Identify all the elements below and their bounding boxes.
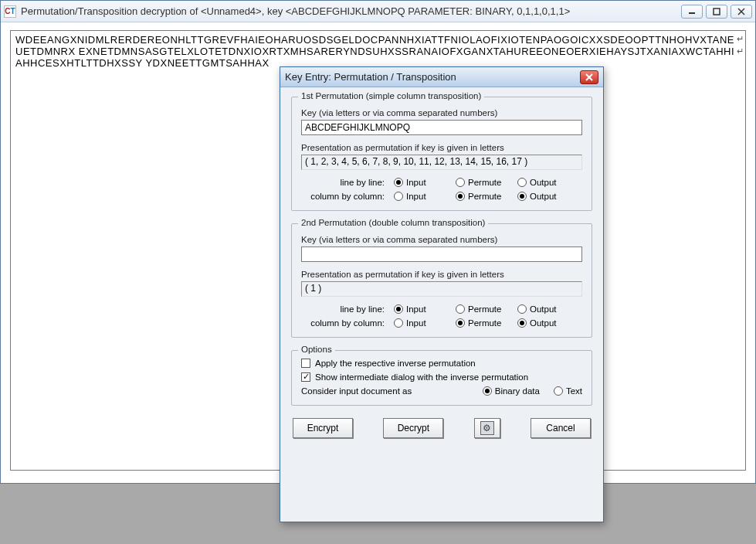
- perm2-key-input[interactable]: [301, 246, 582, 262]
- consider-input-row: Consider input document as Binary data T…: [301, 386, 582, 396]
- row-label: line by line:: [301, 304, 394, 314]
- dialog-titlebar: Key Entry: Permutation / Transposition: [280, 67, 603, 87]
- window-title: Permutation/Transposition decryption of …: [21, 5, 681, 17]
- binary-data-radio[interactable]: Binary data: [483, 386, 540, 396]
- ciphertext: WDEEANGXNIDMLRERDEREONHLTTGREVFHAIEOHARU…: [15, 34, 734, 69]
- perm2-line-input-radio[interactable]: Input: [394, 304, 456, 314]
- key-label: Key (via letters or via comma separated …: [301, 235, 582, 244]
- key-entry-dialog: Key Entry: Permutation / Transposition 1…: [280, 66, 604, 522]
- settings-button[interactable]: ⚙: [474, 418, 500, 438]
- show-intermediate-checkbox[interactable]: Show intermediate dialog with the invers…: [301, 372, 582, 382]
- group-title: 2nd Permutation (double column transposi…: [298, 218, 488, 227]
- perm1-col-permute-radio[interactable]: Permute: [456, 192, 517, 201]
- decrypt-button[interactable]: Decrypt: [383, 418, 443, 438]
- dialog-button-row: Encrypt Decrypt ⚙ Cancel: [291, 418, 592, 438]
- cancel-button[interactable]: Cancel: [531, 418, 591, 438]
- perm1-key-input[interactable]: [301, 120, 582, 135]
- perm2-radio-grid: line by line: Input Permute Output colum…: [301, 304, 582, 328]
- maximize-button[interactable]: [706, 5, 727, 19]
- row-label: column by column:: [301, 192, 394, 201]
- perm1-col-input-radio[interactable]: Input: [394, 192, 456, 201]
- perm2-line-output-radio[interactable]: Output: [517, 304, 579, 314]
- consider-label: Consider input document as: [301, 386, 412, 396]
- second-permutation-group: 2nd Permutation (double column transposi…: [291, 223, 592, 338]
- first-permutation-group: 1st Permutation (simple column transposi…: [291, 97, 592, 211]
- group-title: Options: [298, 345, 335, 354]
- perm2-line-permute-radio[interactable]: Permute: [456, 304, 517, 314]
- svg-rect-1: [714, 8, 720, 15]
- line-indicator-icon: ↵: [737, 34, 744, 44]
- svg-rect-0: [689, 12, 695, 14]
- dialog-close-button[interactable]: [580, 70, 598, 84]
- perm1-presentation: ( 1, 2, 3, 4, 5, 6, 7, 8, 9, 10, 11, 12,…: [301, 155, 582, 170]
- options-group: Options Apply the respective inverse per…: [291, 350, 592, 406]
- perm1-col-output-radio[interactable]: Output: [517, 192, 579, 201]
- window-controls: [681, 5, 752, 19]
- row-label: column by column:: [301, 318, 394, 328]
- perm2-col-output-radio[interactable]: Output: [517, 318, 579, 328]
- text-radio[interactable]: Text: [554, 386, 582, 396]
- minimize-button[interactable]: [681, 5, 703, 19]
- apply-inverse-checkbox[interactable]: Apply the respective inverse permutation: [301, 359, 582, 368]
- titlebar: CT Permutation/Transposition decryption …: [1, 1, 755, 22]
- row-label: line by line:: [301, 178, 394, 187]
- line-indicator-icon: ↵: [737, 46, 744, 56]
- perm1-line-input-radio[interactable]: Input: [394, 178, 456, 187]
- encrypt-button[interactable]: Encrypt: [293, 418, 353, 438]
- perm2-col-permute-radio[interactable]: Permute: [456, 318, 517, 328]
- dialog-title: Key Entry: Permutation / Transposition: [285, 71, 456, 83]
- gear-icon: ⚙: [480, 421, 494, 435]
- close-window-button[interactable]: [731, 5, 752, 19]
- group-title: 1st Permutation (simple column transposi…: [298, 91, 484, 100]
- perm1-line-permute-radio[interactable]: Permute: [456, 178, 517, 187]
- perm2-col-input-radio[interactable]: Input: [394, 318, 456, 328]
- perm1-line-output-radio[interactable]: Output: [517, 178, 579, 187]
- presentation-label: Presentation as permutation if key is gi…: [301, 143, 582, 152]
- perm2-presentation: ( 1 ): [301, 281, 582, 297]
- perm1-radio-grid: line by line: Input Permute Output colum…: [301, 178, 582, 201]
- presentation-label: Presentation as permutation if key is gi…: [301, 270, 582, 279]
- key-label: Key (via letters or via comma separated …: [301, 108, 582, 117]
- app-icon: CT: [4, 5, 16, 18]
